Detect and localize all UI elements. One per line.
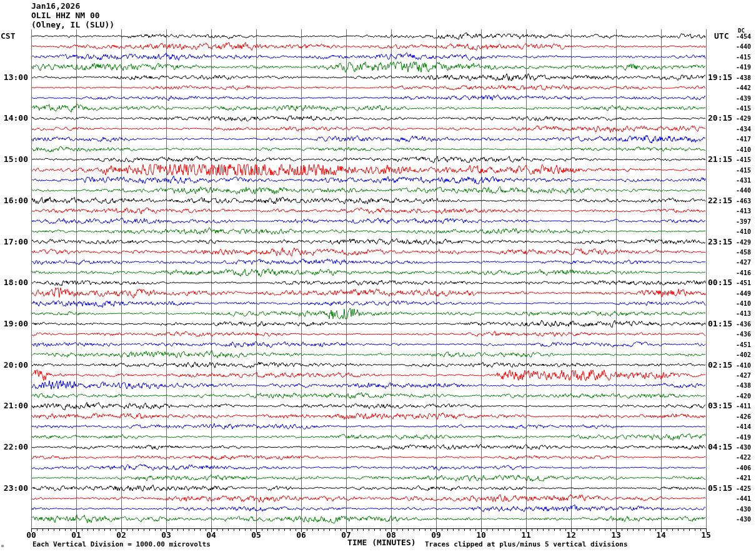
left-time-label: 22:00 (0, 443, 28, 451)
x-axis-tick-label: 12 (562, 531, 580, 540)
left-time-label: 19:00 (0, 320, 28, 328)
dc-offset-value: -451 (736, 280, 751, 286)
right-timezone-label: UTC (714, 31, 729, 41)
dc-offset-value: -415 (736, 156, 751, 163)
dc-offset-value: -454 (736, 33, 751, 40)
dc-offset-value: -434 (736, 126, 751, 133)
dc-offset-value: -420 (736, 393, 751, 400)
dc-offset-value: -438 (736, 382, 751, 389)
right-time-label: 19:15 (708, 73, 732, 82)
x-axis-tick-label: 01 (67, 531, 86, 540)
scale-note: Each Vertical Division = 1000.00 microvo… (32, 540, 211, 548)
dc-offset-value: -406 (736, 465, 751, 471)
dc-offset-value: -430 (736, 506, 751, 513)
seismogram-trace-canvas (0, 0, 756, 554)
left-time-label: 20:00 (0, 361, 28, 370)
left-time-label: 21:00 (0, 401, 28, 410)
dc-offset-value: -410 (736, 362, 751, 369)
dc-offset-value: -441 (736, 495, 751, 502)
dc-offset-value: -416 (736, 269, 751, 276)
dc-offset-value: -431 (736, 177, 751, 184)
dc-offset-value: -419 (736, 434, 751, 441)
dc-offset-value: -430 (736, 516, 751, 523)
right-time-label: 03:15 (708, 401, 732, 410)
dc-offset-value: -413 (736, 208, 751, 214)
dc-offset-value: -415 (736, 105, 751, 112)
dc-offset-value: -402 (736, 351, 751, 358)
dc-offset-value: -426 (736, 413, 751, 420)
corner-mark: ʍ (1, 543, 4, 548)
right-time-label: 05:15 (708, 484, 732, 493)
dc-offset-value: -421 (736, 475, 751, 481)
x-axis-tick-label: 04 (202, 531, 221, 540)
dc-offset-value: -411 (736, 403, 751, 410)
left-time-label: 16:00 (0, 196, 28, 205)
dc-offset-value: -449 (736, 290, 751, 297)
header-station: OLIL HHZ NM 00 (31, 11, 100, 20)
x-axis-tick-label: 02 (112, 531, 131, 540)
x-axis-tick-label: 11 (517, 531, 535, 540)
dc-offset-value: -440 (736, 187, 751, 194)
x-axis-tick-label: 03 (157, 531, 176, 540)
dc-offset-value: -419 (736, 64, 751, 71)
x-axis-tick-label: 06 (292, 531, 311, 540)
dc-offset-value: -415 (736, 167, 751, 174)
dc-offset-value: -436 (736, 331, 751, 338)
x-axis-tick-label: 00 (22, 531, 41, 540)
x-axis-tick-label: 05 (247, 531, 266, 540)
dc-offset-value: -427 (736, 259, 751, 266)
left-time-label: 17:00 (0, 238, 28, 246)
header-location: (Olney, IL (SLU)) (31, 21, 114, 29)
right-time-label: 01:15 (708, 320, 732, 328)
clip-note: Traces clipped at plus/minus 5 vertical … (425, 540, 628, 548)
x-axis-tick-label: 10 (472, 531, 490, 540)
dc-offset-value: -439 (736, 95, 751, 102)
dc-offset-value: -436 (736, 321, 751, 328)
header-date: Jan16,2026 (31, 2, 80, 11)
dc-offset-value: -442 (736, 84, 751, 91)
x-axis-tick-label: 15 (697, 531, 715, 540)
right-time-label: 20:15 (708, 114, 732, 123)
dc-offset-value: -427 (736, 372, 751, 379)
dc-offset-value: -414 (736, 423, 751, 430)
left-time-label: 15:00 (0, 155, 28, 164)
dc-offset-value: -413 (736, 310, 751, 317)
dc-offset-value: -440 (736, 43, 751, 50)
left-time-label: 14:00 (0, 114, 28, 123)
dc-offset-value: -429 (736, 115, 751, 122)
dc-offset-value: -430 (736, 444, 751, 451)
dc-offset-value: -410 (736, 228, 751, 235)
x-axis-tick-label: 13 (607, 531, 625, 540)
left-time-label: 13:00 (0, 73, 28, 82)
helicorder-screen: Jan16,2026 OLIL HHZ NM 00 (Olney, IL (SL… (0, 0, 756, 554)
dc-offset-value: -438 (736, 74, 751, 81)
dc-offset-value: -451 (736, 341, 751, 348)
dc-offset-value: -458 (736, 249, 751, 256)
dc-offset-value: -415 (736, 54, 751, 61)
left-time-label: 18:00 (0, 278, 28, 287)
dc-offset-value: -410 (736, 300, 751, 307)
dc-offset-value: -422 (736, 454, 751, 461)
dc-offset-value: -410 (736, 146, 751, 153)
x-axis-tick-label: 14 (652, 531, 670, 540)
dc-offset-value: -429 (736, 239, 751, 246)
x-axis-tick-label: 09 (427, 531, 445, 540)
right-time-label: 22:15 (708, 196, 732, 205)
right-time-label: 23:15 (708, 238, 732, 246)
right-time-label: 21:15 (708, 155, 732, 164)
dc-offset-value: -397 (736, 218, 751, 225)
left-timezone-label: CST (1, 31, 15, 41)
right-time-label: 02:15 (708, 361, 732, 370)
right-time-label: 04:15 (708, 443, 732, 451)
dc-offset-value: -425 (736, 485, 751, 492)
right-time-label: 00:15 (708, 278, 732, 287)
dc-offset-value: -463 (736, 198, 751, 204)
left-time-label: 23:00 (0, 484, 28, 493)
dc-offset-value: -417 (736, 136, 751, 143)
x-axis-title: TIME (MINUTES) (347, 538, 416, 547)
